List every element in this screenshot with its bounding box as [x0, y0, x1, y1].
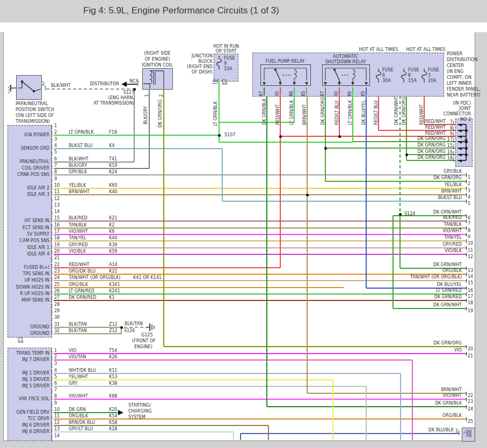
wire-h-TAN/BLK	[54, 227, 466, 229]
wire-h-ORG/DK BLU	[54, 274, 466, 275]
edge-wire-label: VIO/WHT	[442, 393, 462, 399]
pin-tick	[466, 187, 467, 190]
edge-wire-label: DK GRN/WHT	[433, 210, 462, 215]
pin-arc: )	[50, 217, 53, 223]
fuse-glyph	[376, 69, 381, 83]
edge-pin-number: 10	[468, 241, 473, 246]
edge-pin-number: 25	[468, 419, 473, 424]
pin-tick	[466, 193, 467, 197]
pnp-switch-label: PARK/NEUTRAL	[16, 101, 48, 107]
joint-pin-arc: (	[453, 157, 455, 162]
edge-wire-label: DK GRN/RED	[434, 295, 462, 300]
pdc-label: FENDER PANEL,	[447, 87, 481, 92]
relay-pin-arrow	[324, 82, 327, 85]
fuse-9-amp: 10A	[224, 67, 232, 72]
pin-tick	[466, 292, 467, 296]
pcm-pin-label: ECT SENS IN	[23, 225, 49, 231]
wire-v-BLK/LT BLU	[222, 149, 223, 201]
wire-v-BRN/WHT	[307, 87, 308, 393]
wire-h-BLK/LT BLU	[222, 201, 466, 202]
edge-wire-label: BRN/WHT	[441, 189, 462, 194]
joint-pin-label: DK GRN/ORG	[418, 136, 446, 142]
pin-tick	[466, 219, 467, 223]
pdc-wire-label: RED/WHT	[275, 101, 281, 125]
pcm-pin-label: UP HO2S IN	[24, 278, 49, 283]
edge-pin-number: 23	[468, 399, 473, 405]
fuse-glyph	[401, 69, 406, 83]
joint-pin-label: DK GRN/ORG	[418, 143, 446, 148]
pdc-wire-label: DK GRN/BLK	[262, 93, 267, 125]
pin-arc: )	[50, 284, 53, 289]
pcm-pin-label: IGN POWER	[24, 133, 49, 138]
pin-number: 14	[54, 434, 60, 439]
edge-pin-number: 9	[468, 234, 470, 240]
wire-h-TAN/YEL	[54, 240, 466, 241]
wire-h-DK GRN	[54, 412, 118, 413]
fuse-9-num: 9	[224, 61, 227, 67]
pcm-pin-label: 5V SUPPLY	[27, 232, 49, 237]
wire-h-BLK/LT BLU	[54, 148, 222, 149]
joint-arrowhead	[459, 159, 462, 163]
joint-connector-label: NO 2	[460, 117, 471, 122]
g125-note-2: ENGINE)	[134, 344, 152, 350]
pin-tick	[466, 398, 467, 401]
edge-wire-label: ORG/BLK	[442, 413, 462, 418]
pin-arc: )	[50, 264, 53, 269]
pin-arc: )	[50, 165, 53, 170]
wire-h-BRN/DK BLU	[54, 425, 268, 426]
joint-arrowhead	[459, 123, 462, 127]
edge-wire-label: VIO/WHT	[442, 229, 462, 234]
pdc-wire-label: DK GRN/ORG	[402, 93, 407, 125]
pdc-wire-label: LT GRN/BLK	[348, 93, 353, 125]
chassis-ground-icon	[8, 84, 17, 92]
pin-arc: )	[50, 428, 53, 434]
s127-note-1: (ENG HARN,	[108, 96, 134, 101]
pin-number: 29	[54, 309, 60, 314]
junction-block-label: OF DASH)	[192, 70, 213, 75]
pin-arc: )	[50, 297, 53, 302]
wire-h-LT GRN/BLK	[54, 135, 219, 136]
edge-pin-number: 21	[468, 354, 473, 359]
coil2-pin-arc: (	[458, 430, 460, 436]
pcm-pin-label: MAP SENS IN	[21, 298, 49, 303]
pcm-pin-label: TCC DRVR	[28, 416, 49, 422]
ignition-coil-glyph	[142, 68, 172, 89]
edge-wire-label: VIO/BLK	[445, 248, 462, 254]
edge-pin-number: 15	[468, 281, 473, 286]
joint-pin-arc: (	[453, 144, 455, 150]
pdc-wire-label: LT GRN/BLK	[289, 93, 295, 125]
pin-number: 12	[54, 196, 60, 202]
coil2-wire-label: DK BLU/BLK	[428, 428, 454, 433]
wire-h-VIO	[54, 353, 466, 354]
pdc-label: NEAR BATTERY)	[447, 93, 481, 98]
coil-wire-label: DK GRN/ORG	[158, 96, 163, 128]
pin-tick	[466, 246, 467, 250]
pin-arc: )	[50, 395, 53, 401]
pcm-pin-label: IDLE AIR 3	[27, 192, 49, 197]
edge-pin-number: 12	[468, 254, 473, 260]
relay-pin-arrow	[338, 82, 341, 85]
joint-pin-arc: (	[453, 121, 455, 126]
splice-dot	[279, 135, 282, 138]
wire-v-GRY	[366, 386, 367, 440]
wire-v-GRY/LT BLU	[233, 432, 234, 440]
starting-charging-label: CHARGING	[128, 409, 151, 414]
pin-number: 28	[54, 302, 60, 307]
edge-wire-label: VIO	[454, 348, 462, 353]
pin-tick	[466, 214, 467, 218]
pnp-switch-label: (ON LEFT SIDE OF	[16, 113, 54, 119]
wire-v-LT GRN/BLK	[219, 83, 220, 142]
wire-v-DK BLU/BLK	[240, 434, 241, 440]
ground-wire-label: BLK/TAN	[125, 321, 143, 327]
joint-pin-label: DK GRN/ORG	[418, 149, 446, 155]
edge-wire-label: YEL/BLK	[445, 182, 462, 188]
pin-arc: )	[50, 370, 53, 375]
edge-wire-label: GRY/RED	[442, 242, 462, 247]
pin-arc: )	[50, 277, 53, 282]
pcm-pin-label: COIL DRIVER	[22, 166, 49, 171]
pin-tick	[466, 239, 467, 243]
pnp-wire-label: BLK/WHT	[51, 83, 71, 89]
starting-arrow	[118, 410, 123, 415]
pin-arc: )	[50, 131, 53, 137]
fuse-name: FUSE	[428, 68, 439, 73]
